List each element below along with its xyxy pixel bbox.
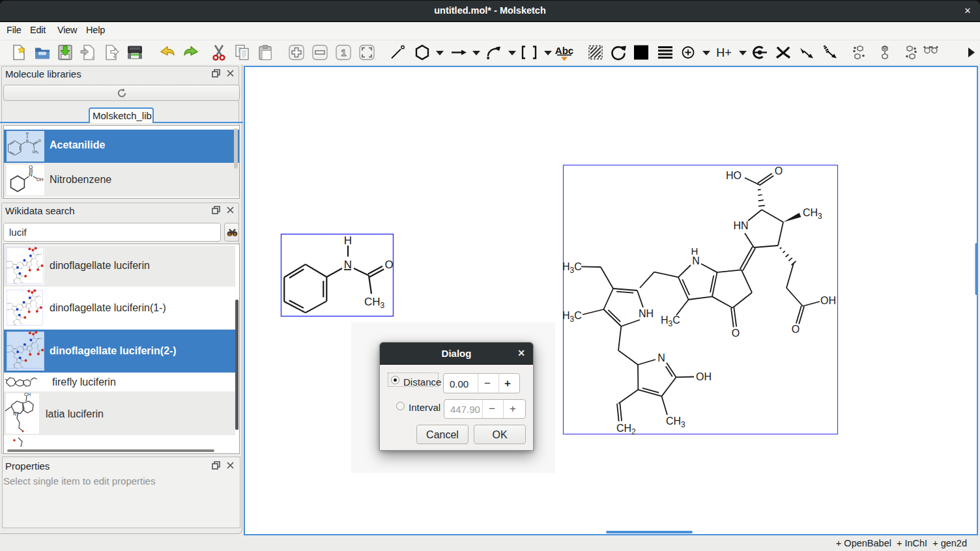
svg-text:1: 1 bbox=[341, 48, 347, 58]
svg-text:H+: H+ bbox=[716, 46, 732, 59]
svg-text:Abc: Abc bbox=[555, 45, 573, 56]
